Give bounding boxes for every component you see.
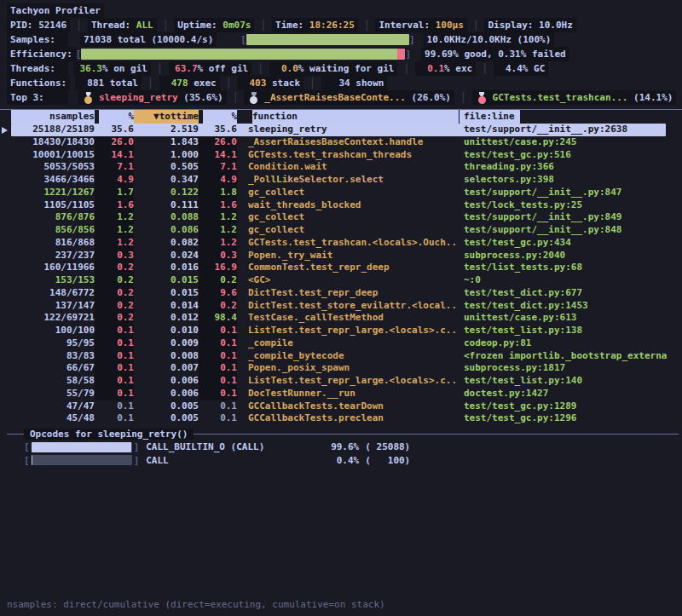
column-header-nsamples[interactable]: nsamples — [11, 110, 95, 124]
divider: │ — [467, 18, 485, 32]
thread-field[interactable]: Thread: ALL — [88, 18, 157, 32]
function-cell: CommonTest.test_repr_deep — [248, 262, 459, 274]
table-row[interactable]: 1105/11051.60.1111.6wait_threads_blocked… — [0, 199, 682, 212]
file-line-cell: unittest/case.py:613 — [459, 312, 682, 325]
file-line-cell: codeop.py:81 — [459, 337, 682, 350]
pct-cell: 14.1 — [95, 149, 134, 162]
threads-line: Threads: 36.3% on gil │ 63.7% off gil │ … — [0, 61, 682, 76]
row-gutter — [0, 400, 11, 413]
table-row[interactable]: 66/670.10.0070.1Popen._posix_spawnsubpro… — [0, 362, 682, 375]
table-row[interactable]: 1221/12671.70.1221.8gc_collecttest/suppo… — [0, 187, 682, 199]
table-row[interactable]: 3466/34664.90.3474.9_PollLikeSelector.se… — [0, 174, 682, 187]
table-row[interactable]: 237/2370.30.0240.3Popen._try_waitsubproc… — [0, 250, 682, 262]
table-row[interactable]: 153/1530.20.0150.2<GC>~:0 — [0, 274, 682, 287]
column-header-cum-pct[interactable]: % — [199, 110, 237, 124]
pct-cell: 0.1 — [95, 400, 134, 413]
stat-value: 881 — [78, 76, 104, 90]
row-gutter — [0, 174, 11, 187]
pct-cell: 0.2 — [95, 274, 134, 287]
stat-unit: shown — [355, 76, 384, 90]
file-line-cell: test/test_dict.py:677 — [459, 287, 682, 300]
tottime-cell: 0.006 — [134, 388, 199, 400]
cell-gap — [237, 325, 248, 337]
column-header-function[interactable]: function — [248, 110, 459, 124]
table-row[interactable]: 25188/2518935.62.51935.6sleeping_retryte… — [0, 124, 682, 136]
nsamples-cell: 10001/10015 — [11, 149, 95, 162]
file-line-cell: <frozen importlib._bootstrap_externa — [459, 350, 682, 363]
nsamples-cell: 25188/25189 — [11, 124, 95, 136]
table-row[interactable]: 47/470.10.0050.1GCCallbackTests.tearDown… — [0, 400, 682, 413]
divider: │ — [227, 90, 245, 105]
column-header-file-line[interactable]: file:line — [459, 110, 520, 124]
divider: │ — [142, 76, 159, 90]
pct-cell: 0.3 — [95, 250, 134, 262]
opcode-bar-fill — [32, 442, 132, 452]
title-bar: Tachyon Profiler — [0, 3, 682, 18]
top3-function-name: GCTests.test_trashcan... — [493, 90, 628, 105]
table-row[interactable]: 10001/1001514.11.00014.1GCTests.test_tra… — [0, 149, 682, 162]
table-row[interactable]: 45/480.10.0050.1GCCallbackTests.preclean… — [0, 412, 682, 425]
table-row[interactable]: 95/950.10.0090.1_compilecodeop.py:81 — [0, 337, 682, 350]
top3-function-name: _AssertRaisesBaseConte... — [264, 90, 406, 105]
row-gutter — [0, 211, 11, 224]
table-row[interactable]: 55/790.10.0060.1DocTestRunner.__rundocte… — [0, 388, 682, 400]
time-value: 18:26:25 — [309, 18, 355, 32]
stat-value: 0.1 — [419, 61, 444, 76]
table-row[interactable]: 160/119660.20.01616.9CommonTest.test_rep… — [0, 262, 682, 274]
stat-value: 34 — [325, 76, 350, 90]
nsamples-cell: 95/95 — [11, 337, 95, 350]
column-header-pct[interactable]: % — [95, 110, 134, 124]
stat-unit: stack — [272, 76, 300, 90]
table-row[interactable]: 58/580.10.0060.1ListTest.test_repr_large… — [0, 375, 682, 388]
row-gutter — [0, 300, 11, 313]
tottime-cell: 2.519 — [134, 124, 199, 136]
display-value: 10.0Hz — [539, 18, 573, 32]
file-line-cell: test/test_gc.py:1296 — [459, 412, 682, 425]
top3-function-pct: (14.1%) — [633, 90, 673, 105]
table-row[interactable]: 100/1000.10.0100.1ListTest.test_repr_lar… — [0, 325, 682, 337]
table-row[interactable]: 122/697210.20.01298.4TestCase._callTestM… — [0, 312, 682, 325]
column-header-tottime-sorted[interactable]: ▼tottime — [134, 110, 199, 124]
table-row[interactable]: 18430/1843026.01.84326.0_AssertRaisesBas… — [0, 136, 682, 149]
table-row[interactable]: 148/67720.20.0159.6DictTest.test_repr_de… — [0, 287, 682, 300]
table-row[interactable]: 816/8681.20.0821.2GCTests.test_trashcan.… — [0, 237, 682, 250]
divider: │ — [251, 61, 269, 76]
opcodes-section-header: Opcodes for sleeping_retry() — [0, 428, 682, 440]
table-row[interactable]: 137/1470.20.0140.2DictTest.test_store_ev… — [0, 300, 682, 313]
row-gutter — [0, 362, 11, 375]
function-cell: _AssertRaisesBaseContext.handle — [248, 136, 459, 149]
function-cell: DictTest.test_store_evilattr.<local... — [248, 300, 459, 313]
tottime-cell: 0.505 — [134, 161, 199, 174]
pct-cell: 0.1 — [95, 337, 134, 350]
tottime-cell: 0.347 — [134, 174, 199, 187]
tottime-cell: 0.015 — [134, 287, 199, 300]
nsamples-cell: 100/100 — [11, 325, 95, 337]
top3-line: Top 3: sleeping_retry (35.6%) │ _AssertR… — [0, 90, 682, 105]
table-row[interactable]: 876/8761.20.0881.2gc_collecttest/support… — [0, 211, 682, 224]
function-cell: GCTests.test_trashcan.<locals>.Ouch... — [248, 237, 459, 250]
opcode-row: []CALL0.4% ( 100) — [0, 454, 682, 468]
table-row[interactable]: 83/830.10.0080.1_compile_bytecode<frozen… — [0, 350, 682, 363]
pct-cell: 0.2 — [95, 262, 134, 274]
row-gutter — [0, 224, 11, 237]
file-line-cell: test/test_list.py:140 — [459, 375, 682, 388]
tottime-cell: 0.009 — [134, 337, 199, 350]
pct-cell: 1.6 — [95, 199, 134, 212]
cell-gap — [237, 161, 248, 174]
function-cell: gc_collect — [248, 224, 459, 237]
table-row[interactable]: 5053/50537.10.5057.1Condition.waitthread… — [0, 161, 682, 174]
pct-cell: 0.2 — [95, 300, 134, 313]
table-row[interactable]: 856/8561.20.0861.2gc_collecttest/support… — [0, 224, 682, 237]
cell-gap — [237, 199, 248, 212]
nsamples-cell: 45/48 — [11, 412, 95, 425]
cell-gap — [237, 400, 248, 413]
tottime-cell: 0.016 — [134, 262, 199, 274]
tottime-cell: 0.015 — [134, 274, 199, 287]
opcode-count: ( 100) — [359, 454, 410, 468]
cell-gap — [237, 211, 248, 224]
stat-unit: total — [110, 76, 138, 90]
function-cell: Condition.wait — [248, 161, 459, 174]
file-line-cell: test/support/__init__.py:2638 — [459, 124, 682, 136]
samples-label: Samples: — [7, 32, 68, 47]
efficiency-bar-failed-fill — [397, 49, 405, 60]
